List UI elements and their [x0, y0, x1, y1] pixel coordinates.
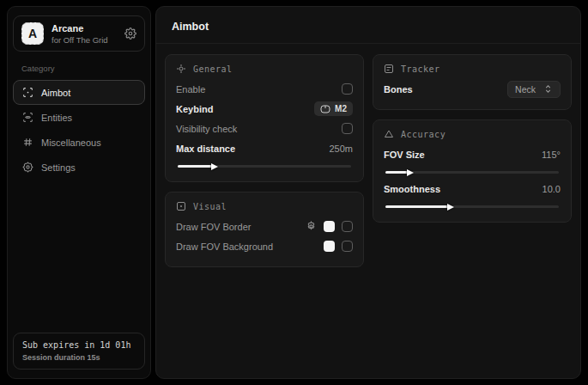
slider-thumb[interactable]: [211, 163, 218, 170]
visual-card: Visual Draw FOV Border: [165, 192, 364, 267]
category-label: Category: [21, 64, 136, 73]
logo-card: A Arcane for Off The Grid: [13, 15, 145, 52]
keybind-value: M2: [335, 104, 347, 113]
sub-expiry-text: Sub expires in 1d 01h: [22, 340, 136, 350]
visibility-check-label: Visibility check: [176, 124, 237, 134]
visual-card-header: Visual: [176, 201, 353, 211]
sidebar-item-label: Settings: [41, 162, 76, 173]
app-subtitle: for Off The Grid: [52, 35, 108, 45]
session-duration-text: Session duration 15s: [22, 353, 136, 362]
general-card-header: General: [176, 64, 353, 74]
fov-size-row: FOV Size 115°: [384, 144, 561, 164]
app-logo: A: [21, 22, 44, 45]
card-title: Accuracy: [401, 130, 446, 139]
select-expand-icon: [543, 84, 553, 94]
sidebar-item-aimbot[interactable]: Aimbot: [13, 80, 145, 105]
accuracy-card: Accuracy FOV Size 115° Smoothness 10.0: [373, 119, 572, 223]
tracker-card: Tracker Bones Neck: [373, 54, 572, 110]
enable-label: Enable: [176, 84, 205, 95]
settings-icon: [22, 162, 33, 173]
accuracy-icon: [384, 129, 394, 139]
smoothness-slider[interactable]: [385, 205, 559, 208]
fov-size-value: 115°: [542, 150, 561, 160]
crosshair-icon: [176, 64, 186, 74]
subscription-card: Sub expires in 1d 01h Session duration 1…: [13, 333, 145, 370]
app-title: Arcane: [52, 23, 108, 34]
column-left: General Enable Keybind: [165, 54, 364, 267]
sidebar-item-label: Miscellaneous: [41, 138, 101, 148]
max-distance-slider[interactable]: [178, 165, 351, 168]
column-right: Tracker Bones Neck: [373, 54, 572, 223]
sidebar-nav: Aimbot Entities: [8, 80, 150, 180]
sidebar-item-label: Aimbot: [41, 88, 70, 98]
slider-fill: [178, 165, 212, 168]
tracker-icon: [384, 64, 394, 74]
slider-thumb[interactable]: [447, 204, 454, 211]
card-title: General: [193, 64, 233, 74]
sidebar-item-entities[interactable]: Entities: [13, 105, 145, 130]
app-window: A Arcane for Off The Grid Category: [0, 0, 588, 385]
visual-icon: [176, 201, 186, 211]
draw-fov-background-row: Draw FOV Background: [176, 236, 353, 256]
keybind-label: Keybind: [176, 104, 213, 114]
visibility-checkbox[interactable]: [342, 123, 353, 134]
bones-row: Bones Neck: [384, 79, 561, 99]
slider-thumb[interactable]: [407, 169, 414, 176]
sidebar: A Arcane for Off The Grid Category: [7, 6, 151, 379]
fov-size-slider[interactable]: [385, 171, 559, 174]
grid-icon: [22, 137, 33, 148]
smoothness-row: Smoothness 10.0: [384, 179, 561, 199]
draw-fov-background-checkbox[interactable]: [342, 241, 353, 252]
entities-icon: [22, 112, 33, 123]
draw-fov-border-controls: [306, 221, 353, 232]
max-distance-label: Max distance: [176, 144, 235, 154]
draw-fov-border-row: Draw FOV Border: [176, 217, 353, 236]
visibility-check-row: Visibility check: [176, 119, 353, 138]
gear-icon[interactable]: [124, 28, 136, 40]
content: General Enable Keybind: [156, 44, 580, 278]
sidebar-item-label: Entities: [41, 113, 72, 123]
sidebar-item-settings[interactable]: Settings: [13, 155, 145, 180]
draw-fov-border-checkbox[interactable]: [342, 221, 353, 232]
bones-selected-value: Neck: [515, 84, 536, 95]
gear-icon[interactable]: [306, 221, 317, 232]
keybind-button[interactable]: M2: [314, 101, 353, 116]
card-title: Tracker: [401, 64, 440, 74]
draw-fov-background-label: Draw FOV Background: [176, 241, 273, 252]
slider-fill: [385, 205, 448, 208]
fov-size-label: FOV Size: [384, 150, 425, 160]
enable-row: Enable: [176, 79, 353, 99]
main-panel: Aimbot General Enable: [155, 6, 581, 379]
crosshair-icon: [22, 87, 33, 98]
general-card: General Enable Keybind: [165, 54, 364, 182]
tracker-card-header: Tracker: [384, 64, 561, 74]
sidebar-item-miscellaneous[interactable]: Miscellaneous: [13, 130, 145, 155]
card-title: Visual: [193, 202, 227, 211]
draw-fov-border-label: Draw FOV Border: [176, 222, 251, 232]
accuracy-card-header: Accuracy: [384, 129, 561, 139]
bones-select[interactable]: Neck: [507, 81, 561, 98]
keybind-row: Keybind M2: [176, 99, 353, 119]
mouse-icon: [320, 105, 330, 113]
smoothness-label: Smoothness: [384, 184, 440, 194]
enable-checkbox[interactable]: [342, 83, 353, 95]
bones-label: Bones: [384, 84, 413, 95]
smoothness-value: 10.0: [543, 184, 561, 194]
max-distance-value: 250m: [329, 144, 353, 154]
logo-text: Arcane for Off The Grid: [52, 23, 108, 45]
draw-fov-background-controls: [324, 241, 353, 252]
slider-fill: [385, 171, 408, 174]
page-title: Aimbot: [172, 21, 209, 33]
fov-border-color-swatch[interactable]: [324, 221, 335, 232]
max-distance-row: Max distance 250m: [176, 138, 353, 158]
main-header: Aimbot: [156, 7, 580, 44]
fov-background-color-swatch[interactable]: [324, 241, 335, 252]
